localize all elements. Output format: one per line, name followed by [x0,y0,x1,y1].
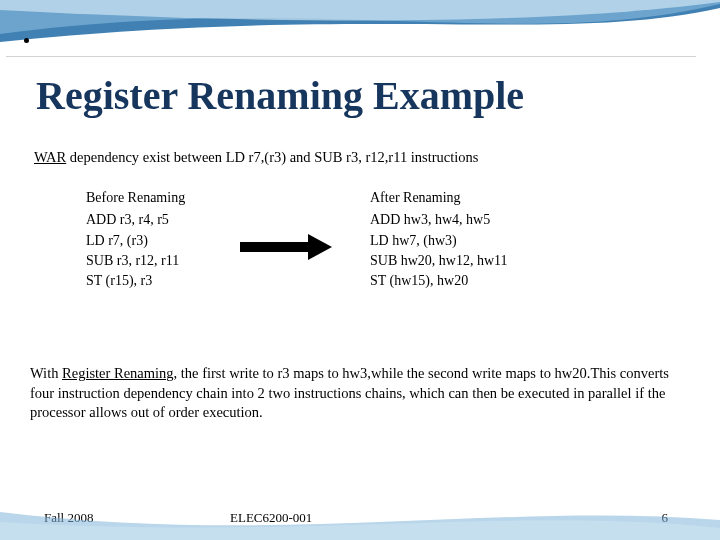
after-column: After Renaming ADD hw3, hw4, hw5 LD hw7,… [370,188,508,291]
after-line: LD hw7, (hw3) [370,231,508,251]
explanation-text: With Register Renaming, the first write … [30,364,690,423]
footer-course: ELEC6200-001 [230,510,312,526]
intro-text: WAR dependency exist between LD r7,(r3) … [34,148,684,167]
svg-rect-0 [240,242,310,252]
svg-marker-1 [308,234,332,260]
before-line: SUB r3, r12, r11 [86,251,185,271]
slide-footer: Fall 2008 ELEC6200-001 6 [0,510,720,528]
before-line: ADD r3, r4, r5 [86,210,185,230]
slide-title: Register Renaming Example [36,72,524,119]
war-term: WAR [34,149,66,165]
after-line: SUB hw20, hw12, hw11 [370,251,508,271]
before-line: LD r7, (r3) [86,231,185,251]
before-header: Before Renaming [86,188,185,208]
renaming-diagram: Before Renaming ADD r3, r4, r5 LD r7, (r… [70,184,538,306]
before-line: ST (r15), r3 [86,271,185,291]
before-column: Before Renaming ADD r3, r4, r5 LD r7, (r… [86,188,185,291]
footer-term: Fall 2008 [44,510,93,526]
register-renaming-term: Register Renaming [62,365,174,381]
after-line: ADD hw3, hw4, hw5 [370,210,508,230]
arrow-icon [240,234,332,260]
after-line: ST (hw15), hw20 [370,271,508,291]
intro-text-rest: dependency exist between LD r7,(r3) and … [66,149,478,165]
body2-pre: With [30,365,62,381]
footer-page-number: 6 [662,510,669,526]
after-header: After Renaming [370,188,508,208]
title-rule [6,56,696,57]
decorative-swoosh-top [0,0,720,60]
bullet-dot [24,38,29,43]
